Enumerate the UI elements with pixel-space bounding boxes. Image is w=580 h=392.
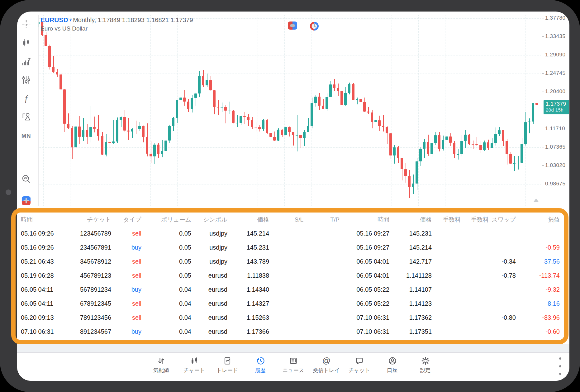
- settings-icon: [421, 356, 430, 365]
- table-row[interactable]: 06.05 04:11567891234buy0.04eurusd1.14340…: [17, 283, 564, 297]
- table-cell: sell: [111, 272, 141, 279]
- column-header: スワップ: [489, 216, 516, 224]
- nav-item-accounts[interactable]: 口座: [378, 353, 407, 381]
- market-session-icon[interactable]: [288, 22, 297, 30]
- nav-item-settings[interactable]: 設定: [411, 353, 440, 381]
- timeframe-label: MN: [21, 132, 31, 139]
- indicators-icon[interactable]: [21, 75, 31, 85]
- nav-item-chat[interactable]: チャット: [345, 353, 374, 381]
- candle-style-icon[interactable]: [21, 38, 31, 48]
- price-axis-label: 1.20400: [545, 88, 566, 95]
- table-cell: 07.10 06:31: [340, 314, 389, 321]
- column-header: 手数料: [432, 216, 461, 224]
- objects-icon[interactable]: [21, 112, 31, 122]
- table-cell: 1.14327: [227, 300, 269, 307]
- table-cell: 05.16 09:26: [21, 230, 80, 237]
- table-cell: -0.78: [489, 272, 516, 279]
- table-row[interactable]: 05.21 06:43345678912sell0.05usdjpy143.78…: [17, 255, 564, 269]
- table-cell: 06.05 04:01: [340, 272, 389, 279]
- table-cell: 05.21 06:43: [21, 258, 80, 265]
- table-cell: 0.04: [141, 286, 191, 293]
- price-axis-label: 1.03020: [545, 162, 566, 169]
- bid-price-line: [39, 105, 541, 105]
- chart-search-icon[interactable]: [21, 174, 31, 184]
- table-cell: eurusd: [191, 328, 227, 335]
- table-cell: 05.19 06:28: [21, 272, 80, 279]
- nav-label: 口座: [387, 367, 398, 374]
- tablet-bezel: f MN: [0, 0, 580, 392]
- nav-item-news[interactable]: ニュース: [278, 353, 308, 381]
- price-axis[interactable]: 1.17379 20d 15h 1.377801.334351.290901.2…: [542, 15, 569, 206]
- table-cell: 1.11838: [227, 272, 269, 279]
- table-cell: 145.214: [389, 244, 432, 251]
- symbol-selector[interactable]: EURUSD: [40, 16, 68, 23]
- table-row[interactable]: 05.16 09:26234567891buy0.05usdjpy145.231…: [17, 241, 564, 255]
- table-cell: 06.05 05:22: [340, 300, 389, 307]
- session-clock-icon[interactable]: [310, 22, 319, 31]
- more-menu-button[interactable]: [557, 357, 563, 375]
- news-icon: [289, 356, 298, 365]
- chevron-down-icon[interactable]: ▾: [69, 18, 72, 22]
- nav-label: チャート: [183, 367, 205, 374]
- table-cell: 0.05: [141, 244, 191, 251]
- table-row[interactable]: 05.19 06:28456789123sell0.05eurusd1.1183…: [17, 269, 564, 283]
- table-cell: 145.214: [227, 230, 269, 237]
- table-row[interactable]: 07.10 06:31891234567buy0.04eurusd1.17366…: [17, 325, 564, 339]
- inbox-icon: @: [322, 356, 331, 365]
- function-icon[interactable]: f: [21, 94, 31, 104]
- table-cell: 1.17362: [389, 314, 432, 321]
- nav-label: 設定: [420, 367, 431, 374]
- table-cell: 1.17366: [227, 328, 269, 335]
- table-cell: -113.74: [516, 272, 560, 279]
- nav-item-history[interactable]: 履歴: [245, 353, 275, 381]
- nav-label: 履歴: [255, 367, 266, 374]
- table-cell: usdjpy: [191, 244, 227, 251]
- table-cell: 891234567: [80, 328, 111, 335]
- nav-label: チャット: [349, 367, 370, 374]
- table-cell: -0.60: [516, 328, 560, 335]
- table-row[interactable]: 06.20 09:13789123456sell0.04eurusd1.1526…: [17, 311, 564, 325]
- column-header: 時間: [21, 216, 80, 224]
- nav-item-trade[interactable]: トレード: [212, 353, 242, 381]
- table-cell: 0.04: [141, 328, 191, 335]
- column-header: T/P: [303, 216, 340, 223]
- table-cell: 0.05: [141, 258, 191, 265]
- chart-toolbar: f MN: [17, 12, 38, 217]
- nav-item-inbox[interactable]: @ 受信トレイ: [311, 353, 341, 381]
- table-row[interactable]: 06.05 04:11678912345sell0.04eurusd1.1432…: [17, 297, 564, 311]
- new-order-icon[interactable]: [21, 196, 31, 206]
- table-cell: 05.16 09:27: [340, 244, 389, 251]
- table-cell: 345678912: [80, 258, 111, 265]
- table-cell: 789123456: [80, 314, 111, 321]
- table-cell: 06.05 05:22: [340, 286, 389, 293]
- nav-item-quotes[interactable]: 気配値: [146, 353, 176, 381]
- volume-icon[interactable]: [21, 57, 31, 67]
- symbol-description: Euro vs US Dollar: [40, 25, 193, 33]
- table-cell: 1.14123: [389, 300, 432, 307]
- market-status-icons: [288, 22, 319, 31]
- table-cell: 8.16: [516, 300, 560, 307]
- column-header: 価格: [227, 216, 269, 224]
- table-cell: 1.14340: [227, 286, 269, 293]
- price-axis-label: 1.24745: [545, 70, 566, 76]
- table-cell: sell: [111, 314, 141, 321]
- column-header: シンボル: [191, 216, 227, 224]
- table-cell: 456789123: [80, 272, 111, 279]
- timeframe-button[interactable]: MN: [21, 131, 31, 141]
- table-cell: 07.10 06:31: [21, 328, 80, 335]
- bid-price-badge: 1.17379 20d 15h: [544, 100, 569, 114]
- table-cell: 142.717: [389, 258, 432, 265]
- table-cell: 145.231: [227, 244, 269, 251]
- table-cell: 1.14107: [389, 286, 432, 293]
- chart-end-marker[interactable]: [533, 198, 539, 202]
- table-row[interactable]: 05.16 09:26123456789sell0.05usdjpy145.21…: [17, 227, 564, 241]
- candlestick-chart[interactable]: EURUSD ▾ Monthly, 1.17849 1.18293 1.1682…: [38, 15, 541, 206]
- bottom-nav: 気配値 チャート トレード: [17, 353, 569, 381]
- table-cell: buy: [111, 286, 141, 293]
- table-cell: 1.141128: [389, 272, 432, 279]
- front-camera: [6, 189, 11, 195]
- nav-item-chart[interactable]: チャート: [179, 353, 209, 381]
- table-cell: 37.56: [516, 258, 560, 265]
- nav-label: 受信トレイ: [313, 367, 340, 374]
- crosshair-icon[interactable]: [21, 19, 31, 29]
